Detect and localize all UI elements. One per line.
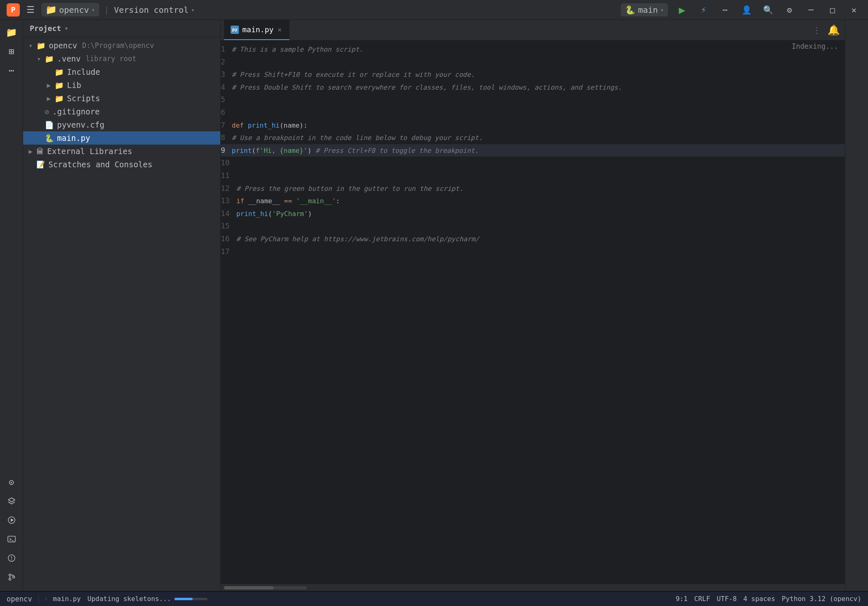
project-name-label: opencv xyxy=(59,5,89,15)
statusbar-file[interactable]: main.py xyxy=(53,595,81,603)
line-content-4: # Press Double Shift to search everywher… xyxy=(232,82,622,93)
line-num-11: 11 xyxy=(221,169,236,182)
tree-label-scripts: Scripts xyxy=(67,94,100,103)
project-selector[interactable]: 📁 opencv ▾ xyxy=(41,3,99,17)
horizontal-scrollbar[interactable] xyxy=(221,584,845,591)
code-line-2: 2 xyxy=(221,56,845,69)
code-lines: 1 # This is a sample Python script. 2 3 … xyxy=(221,40,845,584)
tree-item-mainpy[interactable]: ▶ 🐍 main.py xyxy=(23,131,220,145)
project-title-arrow[interactable]: ▾ xyxy=(64,24,69,32)
statusbar-position[interactable]: 9:1 xyxy=(676,595,688,603)
statusbar-updating-text: Updating skeletons... xyxy=(88,595,171,603)
debug-button[interactable]: ⚡ xyxy=(696,2,711,17)
statusbar-line-ending[interactable]: CRLF xyxy=(694,595,711,603)
tree-label-gitignore: .gitignore xyxy=(52,107,100,116)
pyvenv-file-icon: 📄 xyxy=(45,121,54,129)
version-control-selector[interactable]: Version control ▾ xyxy=(114,5,195,15)
line-num-2: 2 xyxy=(221,56,232,69)
sidebar-item-terminal[interactable] xyxy=(2,530,21,548)
line-content-1: # This is a sample Python script. xyxy=(232,44,363,55)
line-content-5 xyxy=(232,94,236,105)
project-panel-header: Project ▾ xyxy=(23,20,220,37)
svg-marker-1 xyxy=(11,518,14,522)
sidebar-item-services[interactable]: ⊙ xyxy=(2,473,21,491)
branch-python-icon: 🐍 xyxy=(625,5,635,15)
tree-arrow-scripts-icon: ▶ xyxy=(45,95,53,102)
line-num-1: 1 xyxy=(221,43,232,56)
maximize-button[interactable]: □ xyxy=(825,2,840,17)
code-line-13: 13 if __name__ == '__main__': xyxy=(221,195,845,207)
code-line-10: 10 xyxy=(221,157,845,169)
left-sidebar: 📁 ⊞ ⋯ ⊙ xyxy=(0,20,23,591)
line-content-8: # Use a breakpoint in the code line belo… xyxy=(232,132,483,143)
minimize-button[interactable]: ─ xyxy=(804,2,818,17)
tree-item-pyvenv[interactable]: ▶ 📄 pyvenv.cfg xyxy=(23,118,220,131)
branch-selector[interactable]: 🐍 main ▾ xyxy=(621,3,668,17)
tab-py-icon: py xyxy=(231,26,239,34)
tab-mainpy[interactable]: py main.py ✕ xyxy=(224,20,289,40)
branch-name: main xyxy=(638,5,658,15)
sidebar-item-run[interactable] xyxy=(2,511,21,529)
sidebar-item-git[interactable] xyxy=(2,568,21,586)
code-editor[interactable]: Indexing... 1 # This is a sample Python … xyxy=(221,40,845,584)
tree-item-venv[interactable]: ▾ 📁 .venv library root xyxy=(23,52,220,65)
include-folder-icon: 📁 xyxy=(55,68,64,76)
settings-button[interactable]: ⚙ xyxy=(782,2,797,17)
sidebar-item-project[interactable]: 📁 xyxy=(2,23,21,41)
line-content-15 xyxy=(236,221,241,232)
tree-label-extlibs: External Libraries xyxy=(47,147,132,156)
tree-item-scratches[interactable]: ▶ 📝 Scratches and Consoles xyxy=(23,158,220,171)
line-num-14: 14 xyxy=(221,207,236,220)
editor-area: py main.py ✕ ⋮ 🔔 Indexing... 1 # This is… xyxy=(221,20,845,591)
sidebar-item-layers[interactable] xyxy=(2,492,21,510)
statusbar-indent[interactable]: 4 spaces xyxy=(743,595,775,603)
statusbar-python-version[interactable]: Python 3.12 (opencv) xyxy=(782,595,861,603)
tree-label-venv: .venv xyxy=(57,54,81,63)
user-button[interactable]: 👤 xyxy=(739,2,754,17)
sidebar-item-problems[interactable] xyxy=(2,549,21,567)
titlebar-actions: 🐍 main ▾ ▶ ⚡ ⋯ 👤 🔍 ⚙ ─ □ ✕ xyxy=(621,2,861,17)
project-panel: Project ▾ ▾ 📁 opencv D:\Program\opencv ▾… xyxy=(23,20,221,591)
tree-arrow-venv-icon: ▾ xyxy=(35,55,43,63)
tree-item-opencv-root[interactable]: ▾ 📁 opencv D:\Program\opencv xyxy=(23,39,220,52)
code-line-17: 17 xyxy=(221,245,845,258)
line-num-8: 8 xyxy=(221,131,232,144)
notifications-button[interactable]: 🔔 xyxy=(826,23,842,38)
line-content-13: if __name__ == '__main__': xyxy=(236,195,340,207)
line-content-12: # Press the green button in the gutter t… xyxy=(236,183,463,194)
tree-label-venv-type: library root xyxy=(86,55,136,63)
statusbar-project[interactable]: opencv xyxy=(7,595,39,603)
code-line-5: 5 xyxy=(221,93,845,106)
editor-options-button[interactable]: ⋮ xyxy=(811,24,823,37)
more-options-button[interactable]: ⋯ xyxy=(718,2,732,17)
tree-label-lib: Lib xyxy=(67,81,81,90)
line-content-10 xyxy=(236,157,241,169)
svg-point-6 xyxy=(9,578,11,580)
line-num-13: 13 xyxy=(221,195,236,207)
titlebar: P ☰ 📁 opencv ▾ | Version control ▾ 🐍 mai… xyxy=(0,0,868,20)
hamburger-menu[interactable]: ☰ xyxy=(25,3,36,17)
statusbar-right: 9:1 CRLF UTF-8 4 spaces Python 3.12 (ope… xyxy=(676,595,861,603)
line-num-10: 10 xyxy=(221,157,236,169)
tab-close-button[interactable]: ✕ xyxy=(277,25,283,34)
project-arrow-icon: ▾ xyxy=(91,7,95,13)
svg-point-5 xyxy=(9,574,11,576)
svg-rect-2 xyxy=(8,536,15,542)
search-button[interactable]: 🔍 xyxy=(761,2,775,17)
tree-label-opencv: opencv xyxy=(49,41,77,50)
close-button[interactable]: ✕ xyxy=(847,2,861,17)
code-line-9: 9 print(f'Hi, {name}') # Press Ctrl+F8 t… xyxy=(221,144,845,157)
sidebar-item-structure[interactable]: ⊞ xyxy=(2,42,21,60)
tree-item-extlibs[interactable]: ▶ 🏛 External Libraries xyxy=(23,145,220,158)
sidebar-item-more[interactable]: ⋯ xyxy=(2,61,21,79)
statusbar-encoding[interactable]: UTF-8 xyxy=(717,595,737,603)
run-button[interactable]: ▶ xyxy=(675,2,689,17)
tree-item-include[interactable]: ▶ 📁 Include xyxy=(23,65,220,78)
tree-item-gitignore[interactable]: ▶ ⊘ .gitignore xyxy=(23,105,220,118)
tree-item-lib[interactable]: ▶ 📁 Lib xyxy=(23,78,220,92)
line-content-3: # Press Shift+F10 to execute it or repla… xyxy=(232,69,475,80)
tree-item-scripts[interactable]: ▶ 📁 Scripts xyxy=(23,92,220,105)
branch-arrow-icon: ▾ xyxy=(661,7,664,13)
line-num-3: 3 xyxy=(221,68,232,81)
line-num-12: 12 xyxy=(221,182,236,195)
